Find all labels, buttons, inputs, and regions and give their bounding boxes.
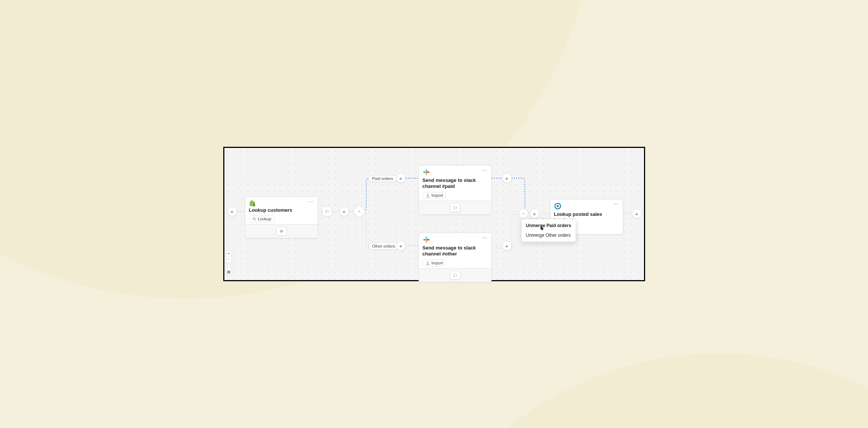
branch-label-paid[interactable]: Paid orders: [368, 175, 397, 182]
merge-context-menu[interactable]: Unmerge Paid orders Unmerge Other orders: [521, 219, 576, 242]
svg-rect-4: [426, 171, 429, 173]
zoom-in-button[interactable]: +: [226, 251, 231, 257]
context-menu-item[interactable]: Unmerge Other orders: [522, 230, 576, 240]
node-title: Lookup customers: [249, 207, 314, 213]
svg-rect-5: [426, 237, 427, 240]
node-slack-other[interactable]: ⋯ Send message to slack channel #other I…: [419, 233, 492, 282]
node-title: Send message to slack channel #other: [423, 245, 488, 257]
svg-rect-6: [423, 239, 426, 240]
context-menu-item[interactable]: Unmerge Paid orders: [522, 221, 576, 230]
add-step-button[interactable]: [396, 173, 406, 183]
cursor-icon: [539, 225, 545, 230]
add-step-button[interactable]: [632, 209, 642, 218]
svg-rect-10: [557, 205, 559, 207]
add-step-button[interactable]: [339, 207, 349, 216]
svg-rect-1: [426, 169, 427, 172]
node-menu-icon[interactable]: ⋯: [482, 236, 488, 240]
merge-node[interactable]: [519, 209, 528, 218]
node-menu-icon[interactable]: ⋯: [482, 168, 488, 172]
mapping-button[interactable]: [322, 207, 332, 216]
node-title: Send message to slack channel #paid: [423, 177, 488, 190]
lookup-icon: [252, 217, 256, 221]
node-slack-paid[interactable]: ⋯ Send message to slack channel #paid Im…: [419, 165, 492, 215]
branch-label-other[interactable]: Other orders: [368, 243, 399, 249]
add-step-button[interactable]: [502, 173, 512, 183]
node-mapping-button[interactable]: [450, 203, 460, 212]
workflow-canvas[interactable]: ⋯ Lookup customers Lookup Pai: [223, 147, 645, 281]
node-lookup-customers[interactable]: ⋯ Lookup customers Lookup: [245, 196, 318, 238]
zoom-fit-button[interactable]: ⛶: [226, 263, 231, 269]
svg-point-0: [253, 218, 255, 220]
zoom-controls[interactable]: + − ⛶ ▦: [226, 250, 232, 275]
svg-rect-8: [426, 239, 429, 240]
add-step-button[interactable]: [502, 241, 512, 251]
zoom-out-button[interactable]: −: [226, 257, 231, 263]
import-icon: [426, 261, 430, 265]
add-step-button[interactable]: [227, 207, 237, 216]
add-step-button[interactable]: [530, 209, 539, 218]
node-menu-icon[interactable]: ⋯: [308, 200, 314, 204]
svg-rect-2: [423, 171, 426, 173]
slack-icon: [423, 168, 430, 176]
minimap-button[interactable]: ▦: [226, 269, 231, 275]
node-menu-icon[interactable]: ⋯: [613, 202, 619, 206]
node-mapping-button[interactable]: [450, 271, 460, 280]
node-badge: Lookup: [249, 215, 274, 222]
node-expand-button[interactable]: [276, 227, 287, 236]
add-step-button[interactable]: [396, 241, 406, 251]
slack-icon: [423, 236, 430, 244]
shopify-icon: [249, 200, 256, 207]
svg-rect-7: [426, 240, 427, 243]
node-badge: Import: [423, 260, 446, 266]
import-icon: [426, 193, 430, 198]
business-central-icon: [554, 202, 561, 210]
node-badge: Import: [423, 192, 446, 199]
svg-rect-3: [426, 173, 427, 176]
